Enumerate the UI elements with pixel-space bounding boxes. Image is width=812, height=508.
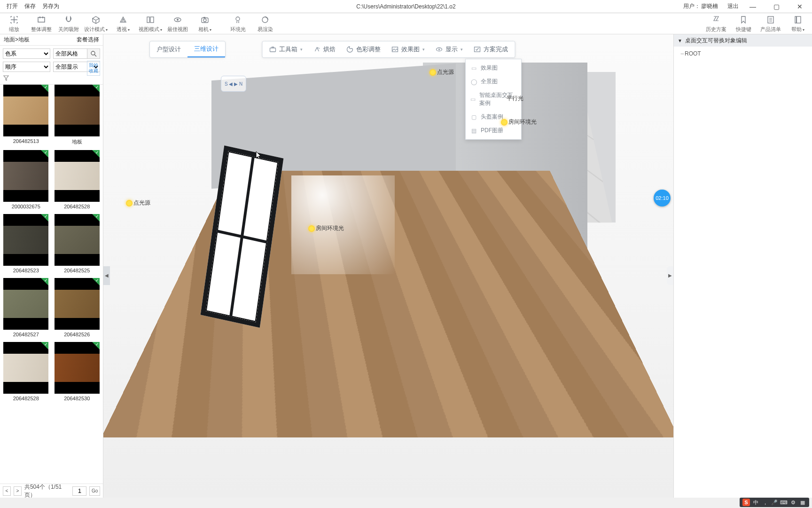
thumbnail-label: 206482513: [13, 136, 39, 148]
vt-bake[interactable]: 烘焙: [313, 45, 336, 54]
page-next[interactable]: >: [14, 486, 22, 496]
dd-effect[interactable]: ▭效果图: [466, 61, 521, 75]
thumbnail-item[interactable]: 206482527: [1, 278, 51, 341]
tool-render[interactable]: 易渲染: [256, 15, 274, 33]
panel-toggle-right[interactable]: ▶: [667, 266, 673, 285]
filter-sort[interactable]: 顺序: [3, 62, 50, 72]
thumbnail-label: 206482526: [64, 330, 90, 341]
image-icon: ▭: [470, 65, 477, 71]
tool-adjust[interactable]: 整体调整: [32, 15, 51, 33]
object-edit-panel: ▼ 桌面交互可替换对象编辑 ---ROOT: [673, 34, 812, 498]
collapse-icon: ▼: [678, 38, 682, 43]
thumbnail-label: 206482528: [64, 202, 90, 213]
zoom-icon: [9, 15, 19, 25]
breadcrumb-path[interactable]: 地面>地板: [4, 36, 30, 44]
set-choice-button[interactable]: 套餐选择: [77, 36, 99, 44]
vt-toolbox[interactable]: 工具箱▾: [269, 45, 303, 54]
grid-icon[interactable]: ▦: [799, 499, 806, 506]
thumbnail-item[interactable]: 地板: [52, 85, 102, 149]
svg-point-4: [177, 19, 179, 21]
sogou-icon[interactable]: S: [742, 499, 750, 506]
thumbnail-item[interactable]: 206482513: [1, 85, 51, 149]
panel-title[interactable]: ▼ 桌面交互可替换对象编辑: [674, 34, 812, 47]
tree-root[interactable]: ---ROOT: [680, 49, 805, 58]
menu-saveas[interactable]: 另存为: [42, 2, 59, 10]
settings-icon[interactable]: ⚙: [789, 499, 797, 506]
keyboard-icon[interactable]: ⌨: [780, 499, 788, 506]
vt-display[interactable]: 显示▾: [435, 45, 463, 54]
bulb-icon: [126, 200, 133, 206]
pager: < > 共504个（1/51页） Go: [0, 484, 103, 498]
thumbnail-item[interactable]: 206482526: [52, 278, 102, 341]
viewport-3d[interactable]: S ◀ ▶ N 户型设计 三维设计 工具箱▾ 烘焙 色彩调整 效果图▾ 显示▾ …: [103, 34, 673, 498]
logout-button[interactable]: 退出: [727, 2, 739, 10]
tool-view-mode[interactable]: 视图模式▾: [141, 15, 160, 33]
vt-done[interactable]: 方案完成: [473, 45, 508, 54]
breadcrumb: 地面>地板 套餐选择: [0, 34, 103, 46]
menu-save[interactable]: 保存: [24, 2, 36, 10]
panel-toggle-left[interactable]: ◀: [103, 266, 110, 285]
dd-panorama[interactable]: ◯全景图: [466, 75, 521, 88]
light-ambient-2[interactable]: 房间环境光: [308, 224, 344, 232]
tab-plan[interactable]: 户型设计: [150, 41, 187, 57]
thumbnail-label: 206482525: [64, 266, 90, 277]
page-prev[interactable]: <: [3, 486, 11, 496]
bake-icon: [313, 46, 320, 53]
tool-camera[interactable]: 相机▾: [195, 15, 214, 33]
favorite-button[interactable]: 我的收藏: [87, 61, 100, 76]
tool-design-mode[interactable]: 设计模式▾: [86, 15, 105, 33]
ime-punct[interactable]: ，: [761, 499, 769, 506]
window-maximize[interactable]: ▢: [767, 0, 786, 13]
thumbnail-item[interactable]: 206482523: [1, 214, 51, 277]
thumbnail-item[interactable]: 206482528: [1, 342, 51, 405]
window-close[interactable]: ✕: [790, 0, 809, 13]
display-icon: [435, 46, 443, 53]
tool-snap[interactable]: 关闭吸附: [59, 15, 78, 33]
thumbnail-label: 地板: [72, 136, 82, 149]
tool-shortcut[interactable]: 快捷键: [734, 15, 753, 33]
light-ambient-1[interactable]: 房间环境光: [501, 118, 537, 126]
svg-point-17: [438, 49, 440, 50]
tab-3d[interactable]: 三维设计: [187, 41, 225, 57]
thumbnail-item[interactable]: 206482525: [52, 214, 102, 277]
compass[interactable]: S ◀ ▶ N: [221, 76, 246, 92]
light-point-1[interactable]: 点光源: [429, 68, 454, 76]
timer-badge[interactable]: 02:10: [654, 190, 671, 206]
vt-color[interactable]: 色彩调整: [346, 45, 381, 54]
vt-render[interactable]: 效果图▾: [391, 45, 425, 54]
tool-best-view[interactable]: 最佳视图: [168, 15, 187, 33]
search-button[interactable]: [87, 48, 100, 59]
ime-lang[interactable]: 中: [752, 499, 759, 506]
tool-history[interactable]: 历史方案: [707, 15, 726, 33]
user-label: 用户：: [683, 2, 700, 10]
viewmode-icon: [145, 15, 156, 25]
thumbnail-label: 206482523: [13, 266, 39, 277]
menu-open[interactable]: 打开: [7, 2, 18, 10]
thumbnail-item[interactable]: 206482528: [52, 150, 102, 213]
thumbnail-label: 206482530: [64, 394, 90, 405]
material-panel: 地面>地板 套餐选择 色系 全部风格 我的收藏 顺序 全部显示 20648251…: [0, 34, 103, 498]
filter-icon[interactable]: [3, 75, 100, 81]
svg-rect-2: [150, 17, 154, 23]
thumbnail-item[interactable]: 206482530: [52, 342, 102, 405]
eye-icon: [172, 15, 183, 25]
tool-help[interactable]: 帮助▾: [789, 15, 807, 33]
light-point-2[interactable]: 点光源: [126, 199, 150, 207]
list-icon: [765, 15, 776, 25]
tool-ambient[interactable]: 环境光: [228, 15, 247, 33]
page-input[interactable]: [72, 486, 86, 496]
mic-icon[interactable]: 🎤: [771, 499, 778, 506]
camera-icon: [200, 15, 210, 25]
light-parallel[interactable]: 平行光: [507, 95, 523, 103]
viewport-toolbar: 工具箱▾ 烘焙 色彩调整 效果图▾ 显示▾ 方案完成: [262, 41, 515, 58]
page-go[interactable]: Go: [89, 486, 100, 496]
svg-rect-1: [147, 17, 149, 23]
ime-taskbar: S 中 ， 🎤 ⌨ ⚙ ▦: [740, 498, 809, 507]
svg-point-8: [236, 17, 240, 21]
filter-color[interactable]: 色系: [3, 48, 50, 59]
tool-zoom[interactable]: 缩放: [5, 15, 23, 33]
tool-product-list[interactable]: 产品清单: [761, 15, 780, 33]
tool-perspective[interactable]: 透视▾: [114, 15, 133, 33]
window-minimize[interactable]: —: [743, 0, 762, 13]
thumbnail-item[interactable]: 2000032675: [1, 150, 51, 213]
